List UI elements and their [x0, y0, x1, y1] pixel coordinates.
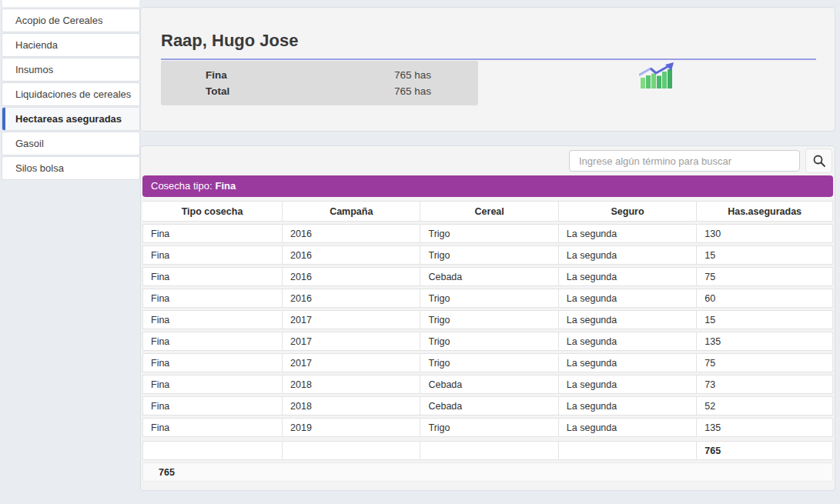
cell-seguro: La segunda [559, 224, 697, 243]
group-header-banner: Cosecha tipo:Fina [142, 175, 833, 197]
cell-has-aseguradas: 135 [697, 332, 833, 351]
empty-cell [559, 441, 697, 460]
cell-cereal: Trigo [420, 353, 558, 372]
cell-has-aseguradas: 135 [697, 418, 833, 437]
cell-campana: 2019 [283, 418, 420, 437]
sidebar-item-label: Gasoil [15, 138, 44, 149]
cell-seguro: La segunda [559, 310, 697, 329]
page-title: Raap, Hugo Jose [161, 31, 816, 60]
sidebar-item-label: Silos bolsa [15, 162, 64, 174]
cell-tipo-cosecha: Fina [142, 310, 283, 329]
search-button[interactable] [805, 149, 832, 173]
sidebar-item[interactable]: Insumos [2, 58, 139, 81]
cell-has-aseguradas: 75 [697, 267, 833, 286]
empty-cell [142, 441, 283, 460]
table-row: Fina 2016 Cebada La segunda 75 [142, 267, 833, 286]
search-icon [812, 154, 826, 168]
column-header: Cereal [420, 201, 558, 222]
sidebar-item-label: Liquidaciones de cereales [15, 88, 131, 100]
totals-row-table: 765 [142, 441, 833, 460]
group-header-prefix: Cosecha tipo: [151, 180, 213, 192]
cell-cereal: Trigo [420, 289, 558, 308]
cell-seguro: La segunda [559, 267, 697, 286]
group-total-value: 765 [697, 441, 833, 460]
summary-value: 765 has [394, 69, 431, 81]
group-header-value: Fina [216, 180, 236, 192]
empty-cell [420, 441, 558, 460]
cell-seguro: La segunda [559, 245, 697, 265]
cell-campana: 2016 [283, 224, 420, 243]
cell-has-aseguradas: 15 [697, 245, 833, 265]
cell-tipo-cosecha: Fina [142, 289, 283, 308]
client-summary-card: Raap, Hugo Jose Fina 765 has Total 765 h… [141, 8, 835, 131]
table-header: Tipo cosechaCampañaCerealSeguroHas.asegu… [142, 201, 833, 222]
cell-seguro: La segunda [559, 418, 697, 437]
cell-seguro: La segunda [559, 332, 697, 351]
table-row: Fina 2017 Trigo La segunda 135 [142, 332, 833, 351]
cell-has-aseguradas: 52 [697, 396, 833, 416]
table-row: Fina 2017 Trigo La segunda 15 [142, 310, 833, 329]
cell-has-aseguradas: 15 [697, 310, 833, 329]
cell-cereal: Trigo [420, 245, 558, 265]
summary-value: 765 has [394, 85, 431, 97]
cell-has-aseguradas: 130 [697, 224, 833, 243]
cell-tipo-cosecha: Fina [142, 224, 283, 243]
cell-campana: 2017 [283, 353, 420, 372]
insured-hectares-table: Tipo cosechaCampañaCerealSeguroHas.asegu… [142, 199, 833, 439]
cell-tipo-cosecha: Fina [142, 245, 283, 265]
cell-tipo-cosecha: Fina [142, 418, 283, 437]
cell-has-aseguradas: 60 [697, 289, 833, 308]
sidebar-item[interactable]: Silos bolsa [2, 157, 139, 179]
table-row: Fina 2018 Cebada La segunda 52 [142, 396, 833, 416]
sidebar-item[interactable]: Hacienda [2, 34, 139, 56]
column-header: Tipo cosecha [142, 201, 283, 222]
empty-cell [283, 441, 420, 460]
cell-has-aseguradas: 75 [697, 353, 833, 372]
group-total-row: 765 [142, 441, 833, 460]
cell-campana: 2017 [283, 310, 420, 329]
cell-seguro: La segunda [559, 396, 697, 416]
search-input[interactable] [569, 150, 800, 172]
cell-campana: 2016 [283, 289, 420, 308]
cell-cereal: Cebada [420, 396, 558, 416]
cell-seguro: La segunda [559, 289, 697, 308]
cell-seguro: La segunda [559, 353, 697, 372]
column-header: Campaña [283, 201, 420, 222]
summary-row-total: Total 765 has [161, 83, 478, 99]
table-row: Fina 2017 Trigo La segunda 75 [142, 353, 833, 372]
table-row: Fina 2016 Trigo La segunda 130 [142, 224, 833, 243]
sidebar-item[interactable]: Liquidaciones de cereales [2, 83, 139, 105]
cell-tipo-cosecha: Fina [142, 332, 283, 351]
cell-cereal: Trigo [420, 418, 558, 437]
sidebar-item[interactable]: Hectareas aseguradas [2, 108, 139, 130]
sidebar-item[interactable]: Acopio de Cereales [2, 9, 139, 32]
grand-total-value: 765 [159, 467, 175, 478]
cell-cereal: Cebada [420, 375, 558, 394]
hectares-summary-box: Fina 765 has Total 765 has [161, 61, 478, 105]
summary-label: Total [206, 85, 394, 97]
cell-campana: 2018 [283, 375, 420, 394]
cell-campana: 2016 [283, 267, 420, 286]
sidebar-item-label: Hacienda [15, 39, 58, 51]
table-row: Fina 2016 Trigo La segunda 15 [142, 245, 833, 265]
sidebar-top-pad [2, 0, 139, 7]
search-bar [141, 146, 835, 174]
summary-row-fina: Fina 765 has [161, 67, 478, 83]
sidebar-item-label: Insumos [15, 64, 53, 75]
cell-cereal: Trigo [420, 332, 558, 351]
cell-campana: 2018 [283, 396, 420, 416]
insured-hectares-panel: Cosecha tipo:Fina Tipo cosechaCampañaCer… [141, 146, 835, 490]
sidebar-item-list: Acopio de Cereales Hacienda Insumos Liqu… [2, 9, 139, 179]
sidebar-item-label: Hectareas aseguradas [15, 113, 122, 125]
cell-tipo-cosecha: Fina [142, 396, 283, 416]
column-header: Seguro [559, 201, 697, 222]
sidebar-item-label: Acopio de Cereales [15, 15, 102, 26]
cell-campana: 2016 [283, 245, 420, 265]
sidebar-menu: Acopio de Cereales Hacienda Insumos Liqu… [2, 0, 139, 179]
table-body: Fina 2016 Trigo La segunda 130 Fina 2016… [142, 224, 833, 437]
cell-tipo-cosecha: Fina [142, 375, 283, 394]
cell-tipo-cosecha: Fina [142, 353, 283, 372]
table-row: Fina 2016 Trigo La segunda 60 [142, 289, 833, 308]
table-row: Fina 2019 Trigo La segunda 135 [142, 418, 833, 437]
sidebar-item[interactable]: Gasoil [2, 132, 139, 155]
